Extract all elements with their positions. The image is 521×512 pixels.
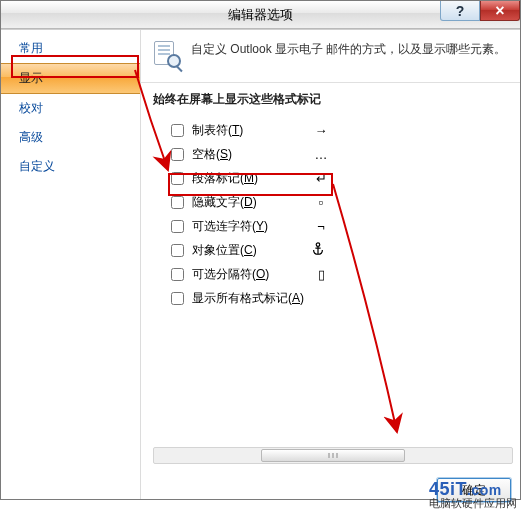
- option-checkbox[interactable]: [171, 292, 184, 305]
- option-checkbox[interactable]: [171, 148, 184, 161]
- format-symbol-icon: ▯: [311, 267, 331, 282]
- option-label: 对象位置(C): [192, 242, 257, 259]
- page-magnifier-icon: [153, 40, 181, 68]
- format-symbol-icon: …: [311, 147, 331, 162]
- option-list: 制表符(T)→空格(S)…段落标记(M)↵隐藏文字(D)▫可选连字符(Y)¬对象…: [153, 118, 508, 310]
- content-pane: 自定义 Outlook 显示电子 邮件的方式，以及显示哪些元素。 始终在屏幕上显…: [141, 30, 520, 499]
- format-symbol-icon: ▫: [311, 195, 331, 210]
- description-text: 自定义 Outlook 显示电子 邮件的方式，以及显示哪些元素。: [191, 40, 506, 68]
- option-row: 可选分隔符(O)▯: [171, 262, 508, 286]
- watermark-brand: 45iT: [429, 479, 467, 499]
- sidebar-item-general[interactable]: 常用: [1, 34, 140, 63]
- sidebar-item-customize[interactable]: 自定义: [1, 152, 140, 181]
- watermark: 45iT.com 电脑软硬件应用网: [429, 480, 517, 510]
- option-label: 空格(S): [192, 146, 232, 163]
- format-symbol-icon: ↵: [311, 171, 331, 186]
- option-label: 隐藏文字(D): [192, 194, 257, 211]
- option-label: 显示所有格式标记(A): [192, 290, 304, 307]
- option-checkbox[interactable]: [171, 196, 184, 209]
- option-row: 隐藏文字(D)▫: [171, 190, 508, 214]
- anchor-icon: [311, 242, 325, 259]
- option-row: 对象位置(C): [171, 238, 508, 262]
- svg-point-0: [316, 242, 320, 246]
- sidebar-item-display[interactable]: 显示: [1, 63, 140, 94]
- option-row: 显示所有格式标记(A): [171, 286, 508, 310]
- option-row: 空格(S)…: [171, 142, 508, 166]
- option-checkbox[interactable]: [171, 172, 184, 185]
- sidebar: 常用 显示 校对 高级 自定义: [1, 30, 141, 499]
- close-button[interactable]: ×: [480, 1, 520, 21]
- titlebar: 编辑器选项 ? ×: [1, 1, 520, 29]
- option-row: 可选连字符(Y)¬: [171, 214, 508, 238]
- horizontal-scrollbar[interactable]: [153, 447, 513, 464]
- dialog-body: 常用 显示 校对 高级 自定义 自定义 Outlook 显示电子 邮件的方式，以…: [1, 29, 520, 499]
- option-row: 段落标记(M)↵: [171, 166, 508, 190]
- section-title: 始终在屏幕上显示这些格式标记: [153, 91, 508, 108]
- scrollbar-thumb[interactable]: [261, 449, 404, 462]
- option-label: 制表符(T): [192, 122, 243, 139]
- section-formatting-marks: 始终在屏幕上显示这些格式标记 制表符(T)→空格(S)…段落标记(M)↵隐藏文字…: [141, 83, 520, 318]
- dialog-window: 编辑器选项 ? × 常用 显示 校对 高级 自定义 自定义 Outlook 显示…: [0, 0, 521, 500]
- sidebar-item-advanced[interactable]: 高级: [1, 123, 140, 152]
- option-row: 制表符(T)→: [171, 118, 508, 142]
- sidebar-item-proofing[interactable]: 校对: [1, 94, 140, 123]
- option-checkbox[interactable]: [171, 244, 184, 257]
- help-button[interactable]: ?: [440, 1, 480, 21]
- option-checkbox[interactable]: [171, 268, 184, 281]
- watermark-domain: .com: [467, 482, 502, 498]
- window-buttons: ? ×: [440, 1, 520, 21]
- description-row: 自定义 Outlook 显示电子 邮件的方式，以及显示哪些元素。: [141, 30, 520, 83]
- format-symbol-icon: ¬: [311, 219, 331, 234]
- option-label: 可选分隔符(O): [192, 266, 269, 283]
- option-label: 段落标记(M): [192, 170, 258, 187]
- watermark-tagline: 电脑软硬件应用网: [429, 498, 517, 510]
- option-checkbox[interactable]: [171, 124, 184, 137]
- option-checkbox[interactable]: [171, 220, 184, 233]
- option-label: 可选连字符(Y): [192, 218, 268, 235]
- format-symbol-icon: →: [311, 123, 331, 138]
